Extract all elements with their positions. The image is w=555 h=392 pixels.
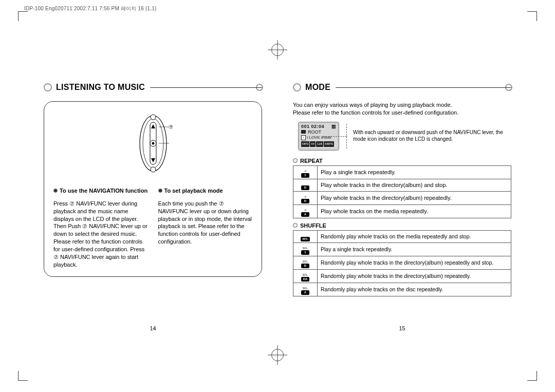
table-row: SFLRandomly play whole tracks on the med…: [293, 230, 511, 242]
table-row: ↺1Play a single track repeatedly.: [293, 165, 511, 179]
mode-icon: SFL: [301, 234, 309, 241]
repeat-table: ↺1Play a single track repeatedly.DPlay w…: [293, 165, 511, 218]
mode-description: Play whole tracks in the directory(album…: [318, 179, 511, 191]
crop-mark: [18, 371, 28, 381]
intro-line: You can enjoy various ways of playing by…: [293, 101, 511, 109]
mode-icon: SFLA: [301, 287, 309, 295]
page-number: 14: [44, 325, 262, 331]
body-text: Each time you push the ⑦ NAVI/FUNC lever…: [158, 200, 253, 246]
lcd-tag: KBPS: [324, 141, 334, 147]
table-row: ↺DPlay whole tracks in the directory(alb…: [293, 191, 511, 204]
callout-number: ⑦: [169, 124, 173, 130]
crop-mark: [527, 371, 537, 381]
section-heading: LISTENING TO MUSIC: [44, 80, 262, 95]
table-row: ↺APlay whole tracks on the media repeate…: [293, 204, 511, 218]
mode-icon-cell: SFL: [293, 230, 318, 242]
mode-icon-cell: SFL1: [293, 242, 318, 256]
page-left: LISTENING TO MUSIC ⑦: [44, 80, 262, 315]
bullet-icon: [158, 189, 162, 193]
group-label: SHUFFLE: [293, 222, 511, 229]
subheading: To set playback mode: [158, 187, 253, 195]
svg-point-7: [151, 115, 156, 120]
mode-description: Randomly play whole tracks in the direct…: [318, 256, 511, 269]
mode-icon-cell: ↺1: [293, 165, 318, 179]
page-number: 15: [293, 325, 511, 331]
mode-description: Play a single track repeatedly.: [318, 165, 511, 179]
section-title: LISTENING TO MUSIC: [56, 83, 145, 92]
mode-description: Play a single track repeatedly.: [318, 242, 511, 256]
table-row: SFL1Play a single track repeatedly.: [293, 242, 511, 256]
mode-description: Play whole tracks in the directory(album…: [318, 191, 511, 204]
mode-icon: D: [301, 182, 309, 190]
intro-text: You can enjoy various ways of playing by…: [293, 101, 511, 117]
bullet-icon: [293, 158, 298, 163]
svg-point-6: [152, 142, 154, 145]
mode-description: Randomly play whole tracks on the media …: [318, 230, 511, 242]
table-row: SFLDRandomly play whole tracks in the di…: [293, 256, 511, 269]
mode-icon: ↺D: [301, 196, 309, 203]
mode-description: Randomly play whole tracks in the direct…: [318, 269, 511, 283]
mode-description: Randomly play whole tracks on the disc r…: [318, 283, 511, 296]
table-row: SFLDARandomly play whole tracks in the d…: [293, 269, 511, 283]
body-text: Press ⑦ NAVI/FUNC lever during playback …: [53, 200, 148, 269]
subheading-text: To use the NAVIGATION function: [60, 187, 147, 195]
mode-icon: SFLDA: [301, 274, 309, 282]
bullet-icon: [293, 83, 301, 91]
mode-icon-cell: ↺D: [293, 191, 318, 204]
lcd-root: ROOT: [308, 129, 321, 135]
bullet-icon: [293, 223, 298, 228]
folder-icon: [301, 130, 306, 134]
shuffle-table: SFLRandomly play whole tracks on the med…: [293, 230, 511, 296]
table-row: DPlay whole tracks in the directory(albu…: [293, 179, 511, 191]
battery-icon: ▥: [331, 124, 337, 129]
note-icon: ♪: [301, 135, 306, 140]
mode-icon: ↺1: [301, 170, 309, 178]
mode-icon-cell: SFLDA: [293, 269, 318, 283]
file-metadata: IDP-100 Eng020711 2002.7.11 7:56 PM 페이지 …: [24, 5, 157, 12]
annotation-text: With each upward or downward push of the…: [346, 124, 511, 148]
page-right: MODE You can enjoy various ways of playi…: [293, 80, 511, 315]
lcd-tag: MP3: [301, 141, 309, 147]
registration-mark: [271, 349, 284, 361]
section-title: MODE: [305, 83, 330, 92]
device-illustration: ⑦: [53, 113, 252, 175]
table-row: SFLARandomly play whole tracks on the di…: [293, 283, 511, 296]
registration-mark: [271, 44, 284, 56]
content-panel: ⑦ To use the NAVIGATION function Press ⑦…: [44, 101, 262, 277]
mode-icon: SFLD: [301, 260, 309, 268]
mode-description: Play whole tracks on the media repeatedl…: [318, 204, 511, 218]
lcd-tag: 128: [316, 141, 323, 147]
bullet-icon: [53, 189, 58, 193]
lcd-tag: 44: [310, 141, 316, 147]
svg-point-8: [151, 167, 156, 172]
intro-line: Please refer to the function controls fo…: [293, 109, 511, 117]
mode-icon-cell: D: [293, 179, 318, 191]
mode-icon: SFL1: [301, 247, 309, 255]
lcd-time: 001 02:04: [301, 124, 324, 129]
mode-icon: ↺A: [301, 209, 309, 217]
section-heading: MODE: [293, 80, 511, 95]
subheading: To use the NAVIGATION function: [53, 187, 148, 195]
bullet-icon: [44, 83, 52, 91]
mode-icon-cell: SFLA: [293, 283, 318, 296]
group-label: REPEAT: [293, 158, 511, 164]
crop-mark: [18, 11, 28, 21]
crop-mark: [527, 11, 537, 21]
mode-icon-cell: SFLD: [293, 256, 318, 269]
subheading-text: To set playback mode: [164, 187, 223, 195]
mode-icon-cell: ↺A: [293, 204, 318, 218]
